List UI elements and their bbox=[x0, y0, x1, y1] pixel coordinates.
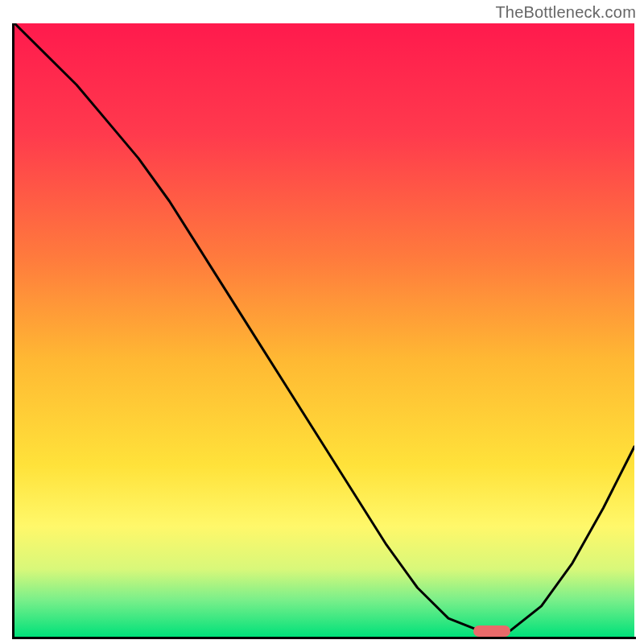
bottleneck-curve bbox=[14, 23, 634, 630]
x-axis bbox=[12, 637, 636, 639]
watermark-text: TheBottleneck.com bbox=[495, 3, 636, 22]
optimal-marker bbox=[473, 625, 510, 637]
chart-container: TheBottleneck.com bbox=[0, 0, 644, 644]
curve-layer bbox=[14, 23, 634, 637]
